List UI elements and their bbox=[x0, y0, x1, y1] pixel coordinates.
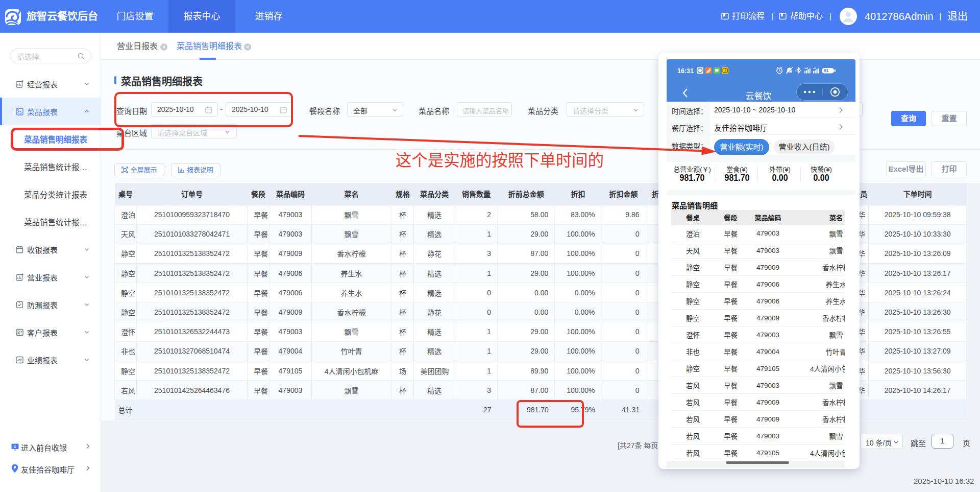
svg-text:⁵⁰: ⁵⁰ bbox=[813, 67, 816, 71]
svg-text:¹⁵⁰: ¹⁵⁰ bbox=[804, 67, 808, 71]
svg-text:91: 91 bbox=[824, 68, 829, 73]
